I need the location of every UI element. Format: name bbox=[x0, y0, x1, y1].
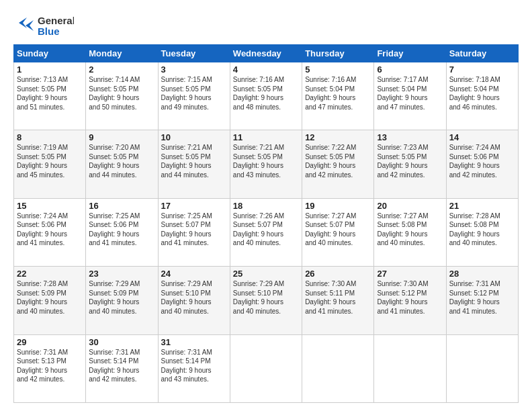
cell-info: Sunrise: 7:25 AMSunset: 5:07 PMDaylight:… bbox=[161, 212, 227, 248]
cell-info: Sunrise: 7:20 AMSunset: 5:05 PMDaylight:… bbox=[89, 143, 154, 179]
cell-info: Sunrise: 7:31 AMSunset: 5:14 PMDaylight:… bbox=[161, 348, 227, 384]
cell-info: Sunrise: 7:16 AMSunset: 5:04 PMDaylight:… bbox=[305, 75, 371, 111]
weekday-header-sunday: Sunday bbox=[14, 45, 86, 62]
day-number: 18 bbox=[233, 201, 299, 211]
day-number: 13 bbox=[377, 132, 443, 142]
cell-info: Sunrise: 7:21 AMSunset: 5:05 PMDaylight:… bbox=[161, 143, 227, 179]
day-number: 25 bbox=[233, 269, 299, 279]
calendar-table: SundayMondayTuesdayWednesdayThursdayFrid… bbox=[13, 44, 519, 403]
calendar-cell: 1Sunrise: 7:13 AMSunset: 5:05 PMDaylight… bbox=[14, 62, 86, 130]
weekday-header-thursday: Thursday bbox=[302, 45, 374, 62]
calendar-cell: 3Sunrise: 7:15 AMSunset: 5:05 PMDaylight… bbox=[158, 62, 230, 130]
calendar-cell: 4Sunrise: 7:16 AMSunset: 5:05 PMDaylight… bbox=[230, 62, 302, 130]
calendar-cell: 12Sunrise: 7:22 AMSunset: 5:05 PMDayligh… bbox=[302, 130, 374, 198]
day-number: 15 bbox=[17, 201, 83, 211]
calendar-cell: 11Sunrise: 7:21 AMSunset: 5:05 PMDayligh… bbox=[230, 130, 302, 198]
logo-svg: GeneralBlue bbox=[13, 12, 74, 39]
calendar-cell: 22Sunrise: 7:28 AMSunset: 5:09 PMDayligh… bbox=[14, 267, 86, 334]
calendar-cell: 20Sunrise: 7:27 AMSunset: 5:08 PMDayligh… bbox=[374, 198, 446, 266]
cell-info: Sunrise: 7:19 AMSunset: 5:05 PMDaylight:… bbox=[17, 143, 83, 179]
day-number: 19 bbox=[305, 201, 371, 211]
cell-info: Sunrise: 7:30 AMSunset: 5:12 PMDaylight:… bbox=[377, 279, 443, 316]
calendar-cell bbox=[230, 334, 302, 402]
calendar-cell: 18Sunrise: 7:26 AMSunset: 5:07 PMDayligh… bbox=[230, 198, 302, 266]
calendar-cell: 9Sunrise: 7:20 AMSunset: 5:05 PMDaylight… bbox=[86, 130, 158, 198]
calendar-cell: 17Sunrise: 7:25 AMSunset: 5:07 PMDayligh… bbox=[158, 198, 230, 266]
calendar-cell: 15Sunrise: 7:24 AMSunset: 5:06 PMDayligh… bbox=[14, 198, 86, 266]
cell-info: Sunrise: 7:21 AMSunset: 5:05 PMDaylight:… bbox=[233, 143, 299, 179]
day-number: 20 bbox=[377, 201, 443, 211]
calendar-cell: 5Sunrise: 7:16 AMSunset: 5:04 PMDaylight… bbox=[302, 62, 374, 130]
day-number: 28 bbox=[449, 269, 515, 279]
cell-info: Sunrise: 7:24 AMSunset: 5:06 PMDaylight:… bbox=[449, 143, 515, 179]
cell-info: Sunrise: 7:29 AMSunset: 5:09 PMDaylight:… bbox=[89, 279, 154, 316]
cell-info: Sunrise: 7:29 AMSunset: 5:10 PMDaylight:… bbox=[233, 279, 299, 316]
weekday-header-tuesday: Tuesday bbox=[158, 45, 230, 62]
weekday-header-monday: Monday bbox=[86, 45, 158, 62]
calendar-cell: 8Sunrise: 7:19 AMSunset: 5:05 PMDaylight… bbox=[14, 130, 86, 198]
page: GeneralBlue SundayMondayTuesdayWednesday… bbox=[0, 0, 532, 411]
calendar-cell: 16Sunrise: 7:25 AMSunset: 5:06 PMDayligh… bbox=[86, 198, 158, 266]
day-number: 5 bbox=[305, 64, 371, 75]
cell-info: Sunrise: 7:29 AMSunset: 5:10 PMDaylight:… bbox=[161, 279, 227, 316]
calendar-cell: 13Sunrise: 7:23 AMSunset: 5:05 PMDayligh… bbox=[374, 130, 446, 198]
calendar-week-5: 29Sunrise: 7:31 AMSunset: 5:13 PMDayligh… bbox=[14, 334, 519, 402]
calendar-cell: 24Sunrise: 7:29 AMSunset: 5:10 PMDayligh… bbox=[158, 267, 230, 334]
day-number: 27 bbox=[377, 269, 443, 279]
calendar-cell bbox=[446, 334, 518, 402]
day-number: 12 bbox=[305, 132, 371, 142]
calendar-cell: 7Sunrise: 7:18 AMSunset: 5:04 PMDaylight… bbox=[446, 62, 518, 130]
cell-info: Sunrise: 7:27 AMSunset: 5:08 PMDaylight:… bbox=[377, 212, 443, 248]
weekday-header-saturday: Saturday bbox=[446, 45, 518, 62]
cell-info: Sunrise: 7:18 AMSunset: 5:04 PMDaylight:… bbox=[449, 75, 515, 111]
day-number: 10 bbox=[161, 132, 227, 142]
weekday-header-wednesday: Wednesday bbox=[230, 45, 302, 62]
header: GeneralBlue bbox=[13, 12, 519, 39]
day-number: 8 bbox=[17, 132, 83, 142]
day-number: 1 bbox=[17, 64, 83, 75]
cell-info: Sunrise: 7:16 AMSunset: 5:05 PMDaylight:… bbox=[233, 75, 299, 111]
day-number: 17 bbox=[161, 201, 227, 211]
calendar-week-1: 1Sunrise: 7:13 AMSunset: 5:05 PMDaylight… bbox=[14, 62, 519, 130]
calendar-cell: 25Sunrise: 7:29 AMSunset: 5:10 PMDayligh… bbox=[230, 267, 302, 334]
calendar-cell: 19Sunrise: 7:27 AMSunset: 5:07 PMDayligh… bbox=[302, 198, 374, 266]
cell-info: Sunrise: 7:15 AMSunset: 5:05 PMDaylight:… bbox=[161, 75, 227, 111]
day-number: 9 bbox=[89, 132, 154, 142]
day-number: 14 bbox=[449, 132, 515, 142]
svg-text:Blue: Blue bbox=[38, 26, 60, 37]
cell-info: Sunrise: 7:14 AMSunset: 5:05 PMDaylight:… bbox=[89, 75, 154, 111]
calendar-cell: 14Sunrise: 7:24 AMSunset: 5:06 PMDayligh… bbox=[446, 130, 518, 198]
calendar-week-2: 8Sunrise: 7:19 AMSunset: 5:05 PMDaylight… bbox=[14, 130, 519, 198]
calendar-cell: 30Sunrise: 7:31 AMSunset: 5:14 PMDayligh… bbox=[86, 334, 158, 402]
calendar-cell: 10Sunrise: 7:21 AMSunset: 5:05 PMDayligh… bbox=[158, 130, 230, 198]
calendar-cell: 21Sunrise: 7:28 AMSunset: 5:08 PMDayligh… bbox=[446, 198, 518, 266]
cell-info: Sunrise: 7:23 AMSunset: 5:05 PMDaylight:… bbox=[377, 143, 443, 179]
cell-info: Sunrise: 7:25 AMSunset: 5:06 PMDaylight:… bbox=[89, 212, 154, 248]
day-number: 21 bbox=[449, 201, 515, 211]
calendar-cell: 31Sunrise: 7:31 AMSunset: 5:14 PMDayligh… bbox=[158, 334, 230, 402]
svg-text:General: General bbox=[38, 15, 74, 26]
calendar-week-4: 22Sunrise: 7:28 AMSunset: 5:09 PMDayligh… bbox=[14, 267, 519, 334]
calendar-cell: 23Sunrise: 7:29 AMSunset: 5:09 PMDayligh… bbox=[86, 267, 158, 334]
calendar-cell bbox=[302, 334, 374, 402]
calendar-cell bbox=[374, 334, 446, 402]
day-number: 7 bbox=[449, 64, 515, 75]
day-number: 24 bbox=[161, 269, 227, 279]
cell-info: Sunrise: 7:27 AMSunset: 5:07 PMDaylight:… bbox=[305, 212, 371, 248]
calendar-cell: 6Sunrise: 7:17 AMSunset: 5:04 PMDaylight… bbox=[374, 62, 446, 130]
day-number: 16 bbox=[89, 201, 154, 211]
cell-info: Sunrise: 7:31 AMSunset: 5:13 PMDaylight:… bbox=[17, 348, 83, 384]
day-number: 29 bbox=[17, 337, 83, 347]
calendar-body: 1Sunrise: 7:13 AMSunset: 5:05 PMDaylight… bbox=[14, 62, 519, 403]
cell-info: Sunrise: 7:28 AMSunset: 5:09 PMDaylight:… bbox=[17, 279, 83, 316]
calendar-cell: 27Sunrise: 7:30 AMSunset: 5:12 PMDayligh… bbox=[374, 267, 446, 334]
cell-info: Sunrise: 7:24 AMSunset: 5:06 PMDaylight:… bbox=[17, 212, 83, 248]
day-number: 23 bbox=[89, 269, 154, 279]
day-number: 30 bbox=[89, 337, 154, 347]
day-number: 31 bbox=[161, 337, 227, 347]
cell-info: Sunrise: 7:28 AMSunset: 5:08 PMDaylight:… bbox=[449, 212, 515, 248]
cell-info: Sunrise: 7:22 AMSunset: 5:05 PMDaylight:… bbox=[305, 143, 371, 179]
weekday-header-friday: Friday bbox=[374, 45, 446, 62]
day-number: 11 bbox=[233, 132, 299, 142]
svg-marker-3 bbox=[19, 17, 27, 28]
